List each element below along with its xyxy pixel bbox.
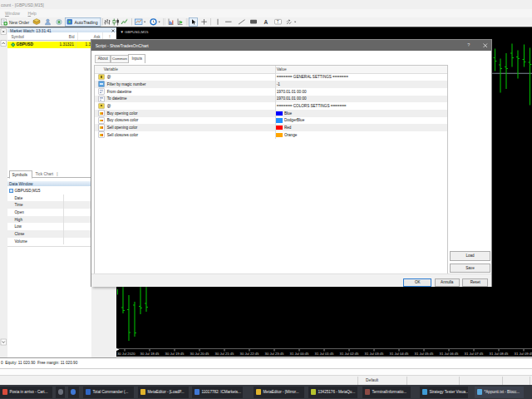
svg-text:30 Jul 22:45: 30 Jul 22:45 xyxy=(240,352,259,356)
svg-text:31 Jul 00:45: 31 Jul 00:45 xyxy=(290,352,309,356)
svg-text:31 Jul 01:45: 31 Jul 01:45 xyxy=(315,352,334,356)
svg-text:30 Jul 2020: 30 Jul 2020 xyxy=(117,352,135,356)
svg-text:31 Jul 04:45: 31 Jul 04:45 xyxy=(390,352,409,356)
svg-text:31 Jul 08:45: 31 Jul 08:45 xyxy=(490,352,509,356)
svg-text:31 Jul 05:45: 31 Jul 05:45 xyxy=(415,352,434,356)
svg-text:A: A xyxy=(264,19,268,25)
svg-text:31 Jul 06:45: 31 Jul 06:45 xyxy=(440,352,459,356)
svg-text:31 Jul 09:45: 31 Jul 09:45 xyxy=(515,352,532,356)
svg-text:New Order: New Order xyxy=(9,20,30,25)
svg-text:30 Jul 18:45: 30 Jul 18:45 xyxy=(140,352,160,356)
svg-text:AutoTrading: AutoTrading xyxy=(75,20,98,25)
svg-text:▼ GBPUSD,M15: ▼ GBPUSD,M15 xyxy=(121,30,149,34)
svg-text:T: T xyxy=(277,20,279,24)
svg-text:30 Jul 19:45: 30 Jul 19:45 xyxy=(165,352,185,356)
svg-text:31 Jul 03:45: 31 Jul 03:45 xyxy=(365,352,384,356)
svg-text:30 Jul 20:45: 30 Jul 20:45 xyxy=(190,352,209,356)
svg-text:31 Jul 07:45: 31 Jul 07:45 xyxy=(465,352,484,356)
svg-text:30 Jul 23:45: 30 Jul 23:45 xyxy=(265,352,284,356)
svg-text:30 Jul 21:45: 30 Jul 21:45 xyxy=(215,352,234,356)
svg-text:31 Jul 02:45: 31 Jul 02:45 xyxy=(340,352,359,356)
